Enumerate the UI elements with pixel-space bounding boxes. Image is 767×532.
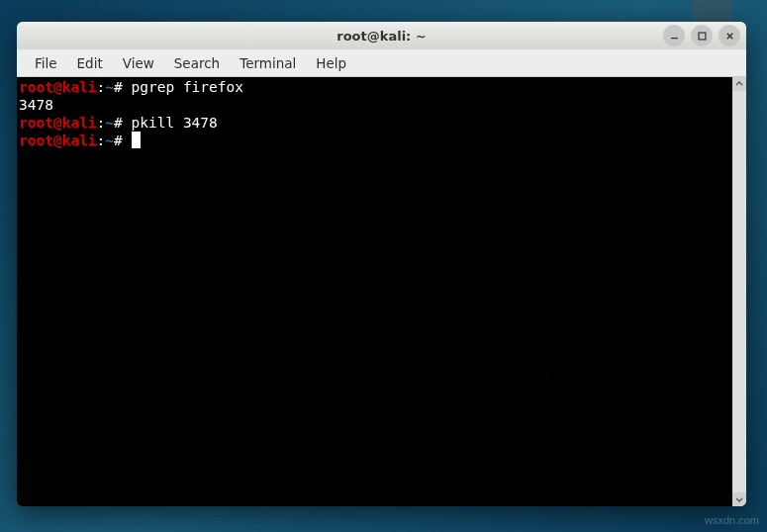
window-title: root@kali: ~ [336, 29, 426, 44]
prompt-hash: # [114, 115, 123, 131]
command-2: pkill 3478 [132, 115, 218, 131]
prompt-colon: : [97, 115, 106, 131]
prompt-user: root@kali [19, 133, 97, 148]
minimize-icon [669, 31, 680, 42]
terminal-cursor [132, 132, 141, 148]
terminal-content[interactable]: root@kali:~# pgrep firefox3478root@kali:… [17, 77, 732, 506]
titlebar[interactable]: root@kali: ~ [17, 22, 746, 49]
menu-view[interactable]: View [113, 51, 164, 75]
scroll-down-button[interactable] [732, 492, 746, 506]
prompt-user: root@kali [19, 79, 97, 95]
watermark-text: wsxdn.com [705, 514, 759, 526]
maximize-icon [697, 31, 708, 42]
minimize-button[interactable] [663, 25, 685, 46]
close-icon [724, 31, 735, 42]
terminal-line-1: root@kali:~# pgrep firefox [19, 78, 730, 96]
terminal-line-2: root@kali:~# pkill 3478 [19, 114, 730, 132]
chevron-up-icon [735, 80, 743, 88]
maximize-button[interactable] [691, 25, 713, 46]
prompt-colon: : [97, 79, 106, 95]
terminal-area: root@kali:~# pgrep firefox3478root@kali:… [17, 77, 746, 506]
menu-search[interactable]: Search [164, 51, 230, 75]
menu-help[interactable]: Help [306, 51, 356, 75]
prompt-path: ~ [105, 79, 114, 95]
terminal-output-1: 3478 [19, 96, 730, 114]
prompt-path: ~ [105, 115, 114, 131]
terminal-window: root@kali: ~ File Edit View Search Termi… [17, 22, 746, 506]
prompt-hash: # [114, 133, 123, 148]
window-controls [663, 25, 740, 46]
prompt-hash: # [114, 79, 123, 95]
menubar: File Edit View Search Terminal Help [17, 49, 746, 77]
prompt-path: ~ [105, 133, 114, 148]
scroll-up-button[interactable] [732, 77, 746, 91]
close-button[interactable] [719, 25, 740, 46]
menu-edit[interactable]: Edit [67, 51, 113, 75]
svg-rect-1 [699, 33, 706, 40]
scrollbar[interactable] [732, 77, 746, 506]
prompt-user: root@kali [19, 115, 97, 131]
command-1: pgrep firefox [132, 79, 244, 95]
menu-terminal[interactable]: Terminal [230, 51, 306, 75]
kali-dragon-watermark [76, 107, 673, 506]
terminal-line-3: root@kali:~# [19, 132, 730, 149]
menu-file[interactable]: File [25, 51, 67, 75]
prompt-colon: : [97, 133, 106, 148]
chevron-down-icon [735, 495, 743, 503]
